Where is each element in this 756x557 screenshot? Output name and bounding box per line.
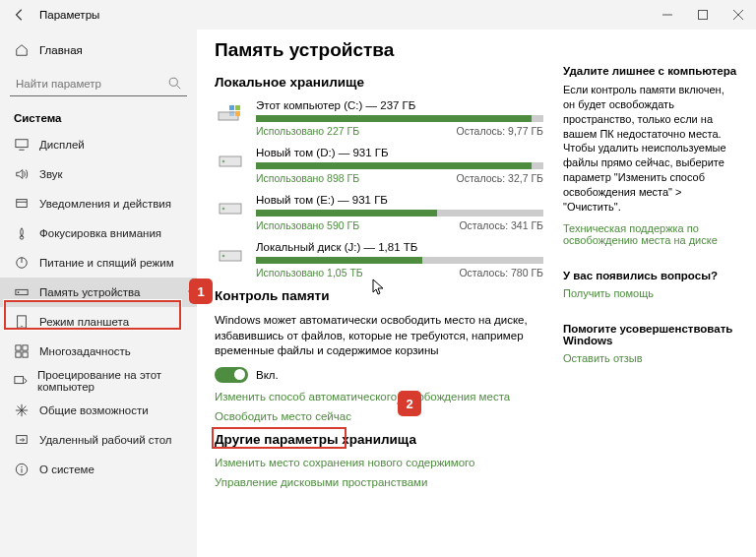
minimize-button[interactable]	[650, 0, 685, 30]
aside-link-2[interactable]: Получить помощь	[563, 287, 738, 299]
aside-title-3: Помогите усовершенствовать Windows	[563, 323, 738, 346]
sidebar: Главная Система Дисплей Звук Уведомления…	[0, 30, 197, 557]
link-change-free[interactable]: Изменить способ автоматического освобожд…	[215, 391, 543, 402]
drive-name: Новый том (E:) — 931 ГБ	[256, 194, 543, 206]
sidebar-item-storage[interactable]: Память устройства	[0, 278, 197, 307]
sidebar-item-label: Фокусировка внимания	[39, 227, 161, 239]
search-icon	[168, 77, 181, 90]
multitask-icon	[14, 344, 30, 358]
drive-name: Новый том (D:) — 931 ГБ	[256, 147, 543, 158]
storage-sense-text: Windows может автоматически освободить м…	[215, 313, 543, 359]
drive-row[interactable]: Этот компьютер (C:) — 237 ГБ Использован…	[215, 99, 543, 137]
local-storage-header: Локальное хранилище	[215, 75, 543, 90]
sidebar-item-projecting[interactable]: Проецирование на этот компьютер	[0, 366, 197, 396]
sidebar-item-label: Проецирование на этот компьютер	[37, 369, 197, 393]
drive-icon	[215, 194, 246, 219]
storage-icon	[14, 285, 30, 299]
drive-row[interactable]: Новый том (E:) — 931 ГБ Использовано 590…	[215, 194, 543, 231]
drive-row[interactable]: Новый том (D:) — 931 ГБ Использовано 898…	[215, 147, 543, 184]
sidebar-item-label: Питание и спящий режим	[39, 257, 174, 269]
sidebar-item-tablet[interactable]: Режим планшета	[0, 307, 197, 337]
info-icon	[14, 463, 30, 476]
svg-rect-32	[229, 105, 234, 110]
aside-link-1[interactable]: Техническая поддержка по освобождению ме…	[563, 222, 738, 246]
titlebar: Параметры	[0, 0, 756, 30]
sidebar-item-notifications[interactable]: Уведомления и действия	[0, 189, 197, 218]
sidebar-search[interactable]	[10, 71, 187, 96]
other-storage-header: Другие параметры хранилища	[215, 432, 543, 447]
sidebar-item-label: О системе	[39, 464, 94, 475]
shared-icon	[14, 403, 30, 417]
storage-sense-toggle[interactable]: Вкл.	[215, 367, 543, 383]
sidebar-home-label: Главная	[39, 44, 83, 56]
sidebar-item-label: Уведомления и действия	[39, 198, 171, 210]
drive-name: Локальный диск (J:) — 1,81 ТБ	[256, 241, 543, 253]
search-input[interactable]	[16, 78, 168, 90]
sidebar-item-remote[interactable]: Удаленный рабочий стол	[0, 425, 197, 455]
arrow-left-icon	[13, 8, 27, 22]
svg-point-16	[21, 326, 22, 327]
drive-used: Использовано 590 ГБ	[256, 219, 359, 231]
aside-title-2: У вас появились вопросы?	[563, 270, 738, 281]
sidebar-item-shared[interactable]: Общие возможности	[0, 396, 197, 425]
drive-free: Осталось: 780 ГБ	[459, 267, 543, 278]
close-icon	[733, 10, 743, 20]
sidebar-item-display[interactable]: Дисплей	[0, 130, 197, 159]
sidebar-item-power[interactable]: Питание и спящий режим	[0, 248, 197, 278]
svg-point-41	[222, 255, 225, 258]
svg-rect-20	[23, 352, 28, 357]
sidebar-category: Система	[0, 102, 197, 130]
main-content: Память устройства Локальное хранилище Эт…	[215, 39, 563, 557]
drive-bar	[256, 257, 543, 264]
back-button[interactable]	[8, 3, 32, 27]
svg-point-14	[18, 291, 20, 293]
remote-icon	[14, 433, 30, 447]
tablet-icon	[14, 315, 30, 329]
drive-icon	[215, 241, 246, 267]
annotation-callout-2: 2	[398, 391, 421, 416]
aside-title-1: Удалите лишнее с компьютера	[563, 65, 738, 77]
link-free-now[interactable]: Освободить место сейчас	[215, 410, 543, 422]
sidebar-item-label: Память устройства	[39, 286, 141, 298]
svg-rect-17	[16, 345, 21, 350]
drive-used: Использовано 898 ГБ	[256, 172, 359, 184]
home-icon	[14, 43, 30, 57]
notifications-icon	[14, 197, 30, 211]
sidebar-item-multitask[interactable]: Многозадачность	[0, 337, 197, 366]
svg-rect-1	[699, 11, 708, 20]
aside-link-3[interactable]: Оставить отзыв	[563, 352, 738, 364]
drive-icon	[215, 99, 246, 125]
display-icon	[14, 138, 30, 152]
close-button[interactable]	[721, 0, 756, 30]
svg-rect-33	[235, 105, 240, 110]
annotation-callout-1: 1	[189, 278, 213, 304]
drive-free: Осталось: 341 ГБ	[459, 219, 543, 231]
sidebar-item-about[interactable]: О системе	[0, 455, 197, 484]
maximize-button[interactable]	[685, 0, 721, 30]
drive-bar	[256, 162, 543, 169]
drive-used: Использовано 1,05 ТБ	[256, 267, 363, 278]
drive-row[interactable]: Локальный диск (J:) — 1,81 ТБ Использова…	[215, 241, 543, 278]
svg-rect-19	[16, 352, 21, 357]
svg-point-4	[169, 78, 177, 86]
link-save-location[interactable]: Изменить место сохранения нового содержи…	[215, 457, 543, 468]
svg-point-29	[21, 466, 22, 467]
aside-text-1: Если контроль памяти включен, он будет о…	[563, 83, 738, 215]
aside-panel: Удалите лишнее с компьютера Если контрол…	[563, 65, 738, 557]
sidebar-item-sound[interactable]: Звук	[0, 159, 197, 189]
svg-rect-34	[229, 111, 234, 116]
sound-icon	[14, 167, 30, 181]
svg-rect-18	[23, 345, 28, 350]
storage-sense-header: Контроль памяти	[215, 288, 543, 303]
svg-line-5	[177, 86, 181, 90]
link-storage-spaces[interactable]: Управление дисковыми пространствами	[215, 476, 543, 488]
maximize-icon	[698, 10, 708, 20]
svg-rect-21	[15, 377, 24, 384]
drive-bar	[256, 115, 543, 122]
sidebar-item-focus[interactable]: Фокусировка внимания	[0, 218, 197, 248]
toggle-label: Вкл.	[256, 369, 279, 381]
sidebar-home[interactable]: Главная	[0, 35, 197, 65]
drive-free: Осталось: 32,7 ГБ	[456, 172, 543, 184]
drive-free: Осталось: 9,77 ГБ	[456, 125, 543, 137]
power-icon	[14, 256, 30, 270]
